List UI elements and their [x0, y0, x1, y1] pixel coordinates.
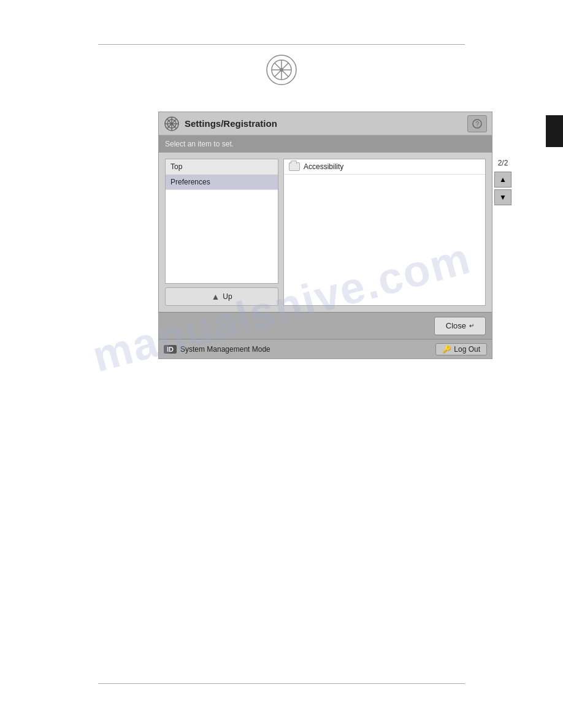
left-list: Top Preferences: [165, 159, 278, 284]
footer-left: ID System Management Mode: [164, 345, 270, 354]
right-edge-tab: [546, 115, 563, 147]
svg-point-6: [280, 68, 283, 72]
scroll-down-button[interactable]: ▼: [494, 189, 511, 205]
list-item-top[interactable]: Top: [166, 159, 278, 175]
close-button[interactable]: Close ↵: [434, 317, 486, 335]
scroll-up-button[interactable]: ▲: [494, 172, 511, 188]
right-list: Accessibility: [283, 159, 486, 306]
close-arrow-icon: ↵: [469, 322, 474, 329]
top-divider: [98, 44, 465, 45]
right-panel: Accessibility 2/2 ▲ ▼: [283, 159, 486, 306]
folder-icon: [289, 162, 300, 171]
logout-icon: 🔑: [442, 345, 451, 354]
status-bar: Select an item to set.: [159, 135, 492, 153]
dialog-help-button[interactable]: ?: [467, 115, 487, 132]
right-list-item-accessibility[interactable]: Accessibility: [284, 159, 485, 175]
logout-button[interactable]: 🔑 Log Out: [435, 343, 487, 355]
logout-label: Log Out: [454, 345, 480, 354]
accessibility-label: Accessibility: [304, 162, 343, 171]
list-item-preferences[interactable]: Preferences: [166, 175, 278, 190]
scroll-controls: 2/2 ▲ ▼: [494, 159, 511, 205]
left-panel: Top Preferences ▲ Up: [165, 159, 278, 306]
settings-dialog: Settings/Registration ? Select an item t…: [158, 112, 492, 359]
status-message: Select an item to set.: [165, 140, 234, 148]
action-bar: Close ↵: [159, 312, 492, 339]
dialog-footer: ID System Management Mode 🔑 Log Out: [159, 339, 492, 358]
dialog-title: Settings/Registration: [185, 118, 467, 129]
dialog-titlebar: Settings/Registration ?: [159, 112, 492, 135]
id-badge: ID: [164, 345, 177, 354]
help-icon: ?: [472, 119, 482, 129]
up-arrow-icon: ▲: [211, 292, 220, 301]
mode-label: System Management Mode: [180, 345, 270, 354]
app-logo: [266, 54, 297, 86]
close-button-label: Close: [446, 321, 466, 330]
settings-icon: [164, 116, 180, 132]
dialog-content: Top Preferences ▲ Up Accessibility: [159, 153, 492, 312]
page-indicator: 2/2: [498, 159, 508, 167]
svg-text:?: ?: [476, 121, 480, 127]
svg-point-13: [170, 123, 173, 125]
up-button-label: Up: [223, 292, 232, 301]
bottom-divider: [98, 683, 465, 684]
up-button[interactable]: ▲ Up: [165, 287, 278, 306]
